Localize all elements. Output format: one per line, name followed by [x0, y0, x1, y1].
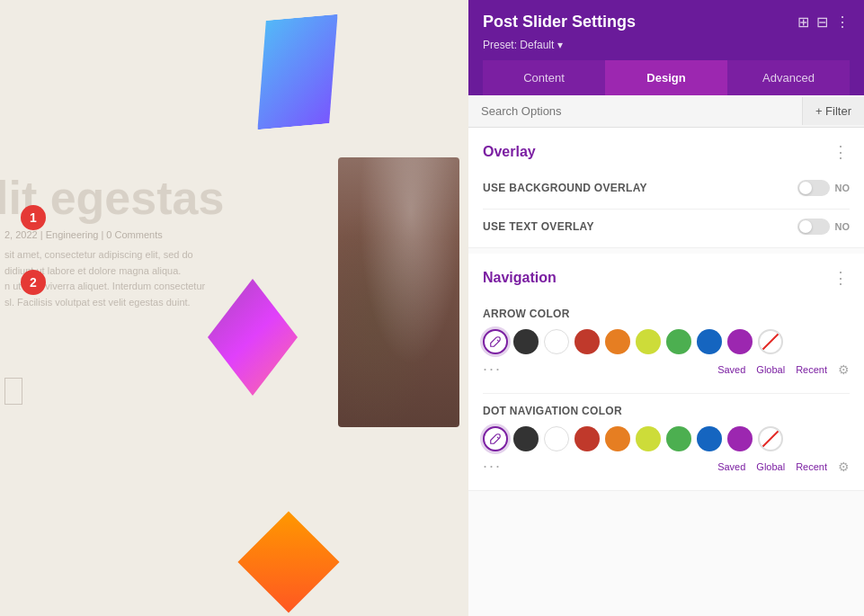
overlay-more-icon[interactable]: ⋮	[833, 142, 850, 162]
arrow-color-dots[interactable]: ···	[483, 360, 502, 379]
arrow-color-footer: ··· Saved Global Recent ⚙	[483, 354, 850, 382]
dot-nav-color-green[interactable]	[666, 426, 691, 451]
arrow-color-global[interactable]: Global	[756, 364, 785, 375]
expand-icon[interactable]: ⊞	[797, 13, 809, 31]
dot-nav-color-row	[483, 426, 850, 451]
arrow-color-saved[interactable]: Saved	[717, 364, 745, 375]
navigation-section-header: Navigation ⋮	[468, 254, 864, 297]
overlay-section-header: Overlay ⋮	[468, 128, 864, 171]
panel-content: Overlay ⋮ Use Background Overlay NO Use …	[468, 128, 864, 616]
search-row: + Filter	[468, 95, 864, 128]
arrow-color-purple[interactable]	[727, 329, 753, 354]
arrow-color-section: Arrow Color	[468, 297, 864, 393]
dot-nav-color-eyedropper[interactable]	[483, 426, 508, 451]
panel-title: Post Slider Settings	[483, 13, 636, 31]
svg-line-0	[497, 340, 499, 342]
dot-nav-color-red[interactable]	[575, 426, 600, 451]
panel-title-icons: ⊞ ⊟ ⋮	[797, 13, 850, 31]
dot-nav-color-none[interactable]	[758, 426, 783, 451]
dot-nav-color-gear-icon[interactable]: ⚙	[838, 460, 850, 474]
more-options-icon[interactable]: ⋮	[835, 13, 850, 31]
dot-nav-color-blue[interactable]	[697, 426, 722, 451]
use-text-overlay-toggle-group: NO	[797, 219, 851, 235]
arrow-color-label: Arrow Color	[483, 308, 850, 320]
use-text-overlay-label: Use Text Overlay	[483, 220, 594, 233]
navigation-more-icon[interactable]: ⋮	[833, 268, 850, 288]
navigation-section: Navigation ⋮ Arrow Color	[468, 254, 864, 491]
dot-nav-color-section: Dot Navigation Color	[468, 394, 864, 490]
tab-content[interactable]: Content	[483, 60, 605, 95]
tab-bar: Content Design Advanced	[483, 60, 850, 95]
panel-preset[interactable]: Preset: Default	[483, 39, 850, 51]
use-bg-overlay-row: Use Background Overlay NO	[468, 171, 864, 209]
arrow-color-eyedropper[interactable]	[483, 329, 508, 354]
arrow-color-white[interactable]	[544, 329, 569, 354]
use-bg-overlay-switch[interactable]	[797, 180, 830, 196]
shape-purple-decoration	[208, 279, 298, 396]
filter-button[interactable]: + Filter	[802, 97, 864, 125]
arrow-color-none[interactable]	[758, 329, 783, 354]
badge-2: 2	[21, 270, 46, 295]
dot-nav-color-yellow[interactable]	[636, 426, 661, 451]
panel-header: Post Slider Settings ⊞ ⊟ ⋮ Preset: Defau…	[468, 0, 864, 95]
arrow-color-gear-icon[interactable]: ⚙	[838, 362, 850, 377]
navigation-section-title: Navigation	[483, 270, 557, 286]
arrow-color-yellow[interactable]	[636, 329, 661, 354]
badge-1: 1	[21, 205, 46, 230]
use-bg-overlay-value: NO	[835, 183, 851, 193]
use-text-overlay-value: NO	[835, 221, 851, 232]
arrow-color-blue[interactable]	[697, 329, 722, 354]
arrow-color-row	[483, 329, 850, 354]
tab-advanced[interactable]: Advanced	[727, 60, 850, 95]
arrow-color-recent[interactable]: Recent	[796, 364, 827, 375]
settings-panel: Post Slider Settings ⊞ ⊟ ⋮ Preset: Defau…	[468, 0, 864, 616]
preview-image	[338, 157, 459, 427]
arrow-color-actions: Saved Global Recent ⚙	[717, 362, 850, 377]
dot-nav-color-white[interactable]	[544, 426, 569, 451]
use-bg-overlay-toggle-group: NO	[797, 180, 851, 196]
shape-blue-decoration	[248, 14, 347, 129]
use-text-overlay-switch[interactable]	[797, 219, 830, 235]
dot-nav-color-black[interactable]	[513, 426, 539, 451]
search-input[interactable]	[468, 95, 802, 127]
preview-white-box	[4, 378, 22, 405]
dot-nav-color-saved[interactable]: Saved	[717, 461, 745, 472]
dot-nav-color-purple[interactable]	[727, 426, 753, 451]
svg-line-1	[497, 437, 499, 439]
overlay-section: Overlay ⋮ Use Background Overlay NO Use …	[468, 128, 864, 248]
panel-title-row: Post Slider Settings ⊞ ⊟ ⋮	[483, 13, 850, 31]
preview-meta-text: 2, 2022 | Engineering | 0 Comments	[4, 229, 163, 240]
dot-nav-color-dots[interactable]: ···	[483, 457, 502, 476]
tab-design[interactable]: Design	[605, 60, 727, 95]
dot-nav-color-label: Dot Navigation Color	[483, 405, 850, 417]
dot-nav-color-global[interactable]: Global	[756, 461, 785, 472]
use-bg-overlay-label: Use Background Overlay	[483, 182, 647, 194]
dot-nav-color-actions: Saved Global Recent ⚙	[717, 460, 850, 474]
shape-orange-decoration	[237, 511, 339, 612]
overlay-section-title: Overlay	[483, 144, 536, 160]
arrow-color-black[interactable]	[513, 329, 539, 354]
arrow-color-orange[interactable]	[605, 329, 630, 354]
arrow-color-red[interactable]	[575, 329, 600, 354]
columns-icon[interactable]: ⊟	[816, 13, 828, 31]
dot-nav-color-footer: ··· Saved Global Recent ⚙	[483, 451, 850, 479]
dot-nav-color-recent[interactable]: Recent	[796, 461, 827, 472]
dot-nav-color-orange[interactable]	[605, 426, 630, 451]
arrow-color-green[interactable]	[666, 329, 691, 354]
preview-area: lit egestas 2, 2022 | Engineering | 0 Co…	[0, 0, 468, 616]
use-text-overlay-row: Use Text Overlay NO	[468, 210, 864, 247]
